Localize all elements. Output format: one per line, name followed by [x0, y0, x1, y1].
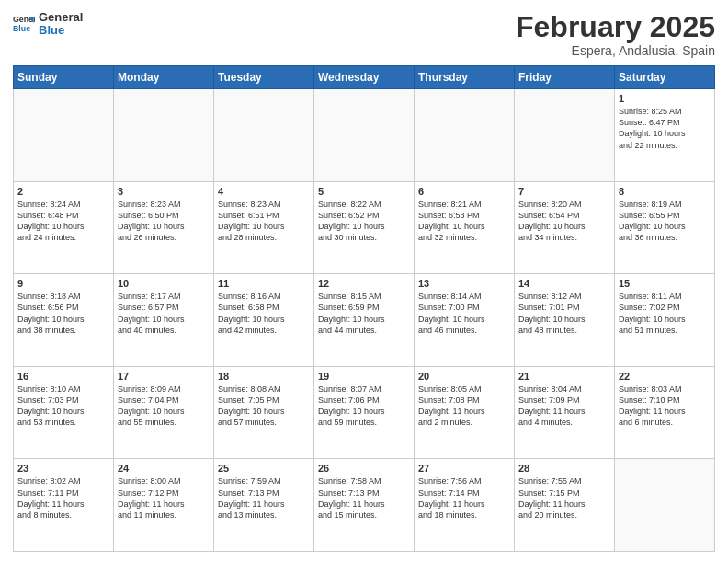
calendar-cell: 6Sunrise: 8:21 AM Sunset: 6:53 PM Daylig… — [415, 181, 515, 274]
calendar-cell — [515, 89, 615, 182]
day-number: 18 — [218, 371, 310, 382]
header: General Blue General Blue February 2025 … — [13, 11, 715, 58]
day-info: Sunrise: 8:02 AM Sunset: 7:11 PM Dayligh… — [17, 476, 109, 521]
calendar-cell: 19Sunrise: 8:07 AM Sunset: 7:06 PM Dayli… — [314, 366, 415, 459]
day-info: Sunrise: 8:22 AM Sunset: 6:52 PM Dayligh… — [318, 199, 410, 244]
calendar-week-row: 23Sunrise: 8:02 AM Sunset: 7:11 PM Dayli… — [14, 459, 715, 552]
calendar-week-row: 1Sunrise: 8:25 AM Sunset: 6:47 PM Daylig… — [14, 89, 715, 182]
calendar-cell: 23Sunrise: 8:02 AM Sunset: 7:11 PM Dayli… — [14, 459, 114, 552]
day-info: Sunrise: 7:56 AM Sunset: 7:14 PM Dayligh… — [418, 476, 510, 521]
calendar-cell: 11Sunrise: 8:16 AM Sunset: 6:58 PM Dayli… — [214, 274, 314, 367]
weekday-row: SundayMondayTuesdayWednesdayThursdayFrid… — [14, 66, 715, 89]
day-info: Sunrise: 8:00 AM Sunset: 7:12 PM Dayligh… — [118, 476, 210, 521]
day-number: 28 — [518, 463, 610, 474]
day-number: 2 — [17, 186, 109, 197]
calendar-cell: 15Sunrise: 8:11 AM Sunset: 7:02 PM Dayli… — [615, 274, 715, 367]
day-info: Sunrise: 8:16 AM Sunset: 6:58 PM Dayligh… — [218, 291, 310, 336]
calendar-cell — [14, 89, 114, 182]
svg-text:Blue: Blue — [13, 24, 30, 33]
calendar-cell: 18Sunrise: 8:08 AM Sunset: 7:05 PM Dayli… — [214, 366, 314, 459]
day-number: 25 — [218, 463, 310, 474]
day-info: Sunrise: 8:11 AM Sunset: 7:02 PM Dayligh… — [619, 291, 711, 336]
calendar-cell: 13Sunrise: 8:14 AM Sunset: 7:00 PM Dayli… — [415, 274, 515, 367]
day-number: 14 — [518, 278, 610, 289]
calendar-cell: 4Sunrise: 8:23 AM Sunset: 6:51 PM Daylig… — [214, 181, 314, 274]
day-info: Sunrise: 7:58 AM Sunset: 7:13 PM Dayligh… — [318, 476, 410, 521]
weekday-header: Thursday — [415, 66, 515, 89]
calendar-cell: 25Sunrise: 7:59 AM Sunset: 7:13 PM Dayli… — [214, 459, 314, 552]
day-number: 27 — [418, 463, 510, 474]
calendar-cell — [415, 89, 515, 182]
day-number: 8 — [619, 186, 711, 197]
day-info: Sunrise: 8:14 AM Sunset: 7:00 PM Dayligh… — [418, 291, 510, 336]
calendar-cell: 16Sunrise: 8:10 AM Sunset: 7:03 PM Dayli… — [14, 366, 114, 459]
day-number: 9 — [17, 278, 109, 289]
calendar-cell: 7Sunrise: 8:20 AM Sunset: 6:54 PM Daylig… — [515, 181, 615, 274]
day-number: 16 — [17, 371, 109, 382]
weekday-header: Tuesday — [214, 66, 314, 89]
day-info: Sunrise: 8:19 AM Sunset: 6:55 PM Dayligh… — [619, 199, 711, 244]
calendar-cell: 10Sunrise: 8:17 AM Sunset: 6:57 PM Dayli… — [114, 274, 214, 367]
weekday-header: Friday — [515, 66, 615, 89]
day-info: Sunrise: 8:10 AM Sunset: 7:03 PM Dayligh… — [17, 384, 109, 429]
calendar-body: 1Sunrise: 8:25 AM Sunset: 6:47 PM Daylig… — [14, 89, 715, 552]
calendar-cell: 21Sunrise: 8:04 AM Sunset: 7:09 PM Dayli… — [515, 366, 615, 459]
day-number: 22 — [619, 371, 711, 382]
day-number: 13 — [418, 278, 510, 289]
calendar-cell: 1Sunrise: 8:25 AM Sunset: 6:47 PM Daylig… — [615, 89, 715, 182]
day-number: 3 — [118, 186, 210, 197]
day-info: Sunrise: 8:04 AM Sunset: 7:09 PM Dayligh… — [518, 384, 610, 429]
day-info: Sunrise: 8:20 AM Sunset: 6:54 PM Dayligh… — [518, 199, 610, 244]
calendar-week-row: 16Sunrise: 8:10 AM Sunset: 7:03 PM Dayli… — [14, 366, 715, 459]
logo-icon: General Blue — [13, 13, 35, 35]
day-number: 23 — [17, 463, 109, 474]
day-info: Sunrise: 7:59 AM Sunset: 7:13 PM Dayligh… — [218, 476, 310, 521]
weekday-header: Wednesday — [314, 66, 415, 89]
title-block: February 2025 Espera, Andalusia, Spain — [516, 11, 715, 58]
logo-blue: Blue — [39, 24, 83, 37]
day-info: Sunrise: 8:23 AM Sunset: 6:50 PM Dayligh… — [118, 199, 210, 244]
calendar-cell: 24Sunrise: 8:00 AM Sunset: 7:12 PM Dayli… — [114, 459, 214, 552]
day-info: Sunrise: 8:07 AM Sunset: 7:06 PM Dayligh… — [318, 384, 410, 429]
day-info: Sunrise: 8:18 AM Sunset: 6:56 PM Dayligh… — [17, 291, 109, 336]
weekday-header: Monday — [114, 66, 214, 89]
logo-general: General — [39, 11, 83, 24]
calendar-header: SundayMondayTuesdayWednesdayThursdayFrid… — [14, 66, 715, 89]
calendar-cell: 28Sunrise: 7:55 AM Sunset: 7:15 PM Dayli… — [515, 459, 615, 552]
day-number: 11 — [218, 278, 310, 289]
day-info: Sunrise: 8:12 AM Sunset: 7:01 PM Dayligh… — [518, 291, 610, 336]
month-title: February 2025 — [516, 11, 715, 43]
day-number: 21 — [518, 371, 610, 382]
day-number: 5 — [318, 186, 410, 197]
calendar-cell: 2Sunrise: 8:24 AM Sunset: 6:48 PM Daylig… — [14, 181, 114, 274]
calendar-cell — [214, 89, 314, 182]
calendar-cell: 20Sunrise: 8:05 AM Sunset: 7:08 PM Dayli… — [415, 366, 515, 459]
calendar-cell: 17Sunrise: 8:09 AM Sunset: 7:04 PM Dayli… — [114, 366, 214, 459]
day-number: 17 — [118, 371, 210, 382]
calendar-cell: 14Sunrise: 8:12 AM Sunset: 7:01 PM Dayli… — [515, 274, 615, 367]
day-info: Sunrise: 7:55 AM Sunset: 7:15 PM Dayligh… — [518, 476, 610, 521]
calendar-cell: 12Sunrise: 8:15 AM Sunset: 6:59 PM Dayli… — [314, 274, 415, 367]
logo: General Blue General Blue — [13, 11, 83, 38]
calendar-cell: 8Sunrise: 8:19 AM Sunset: 6:55 PM Daylig… — [615, 181, 715, 274]
day-number: 6 — [418, 186, 510, 197]
day-info: Sunrise: 8:24 AM Sunset: 6:48 PM Dayligh… — [17, 199, 109, 244]
day-number: 12 — [318, 278, 410, 289]
calendar-cell: 5Sunrise: 8:22 AM Sunset: 6:52 PM Daylig… — [314, 181, 415, 274]
day-number: 19 — [318, 371, 410, 382]
calendar-cell: 26Sunrise: 7:58 AM Sunset: 7:13 PM Dayli… — [314, 459, 415, 552]
calendar-cell: 22Sunrise: 8:03 AM Sunset: 7:10 PM Dayli… — [615, 366, 715, 459]
day-info: Sunrise: 8:25 AM Sunset: 6:47 PM Dayligh… — [619, 106, 711, 151]
calendar-cell: 9Sunrise: 8:18 AM Sunset: 6:56 PM Daylig… — [14, 274, 114, 367]
calendar-cell: 27Sunrise: 7:56 AM Sunset: 7:14 PM Dayli… — [415, 459, 515, 552]
calendar-week-row: 2Sunrise: 8:24 AM Sunset: 6:48 PM Daylig… — [14, 181, 715, 274]
day-number: 26 — [318, 463, 410, 474]
day-info: Sunrise: 8:21 AM Sunset: 6:53 PM Dayligh… — [418, 199, 510, 244]
calendar-cell — [114, 89, 214, 182]
calendar-cell: 3Sunrise: 8:23 AM Sunset: 6:50 PM Daylig… — [114, 181, 214, 274]
weekday-header: Saturday — [615, 66, 715, 89]
calendar-cell — [615, 459, 715, 552]
day-info: Sunrise: 8:08 AM Sunset: 7:05 PM Dayligh… — [218, 384, 310, 429]
day-info: Sunrise: 8:03 AM Sunset: 7:10 PM Dayligh… — [619, 384, 711, 429]
day-info: Sunrise: 8:05 AM Sunset: 7:08 PM Dayligh… — [418, 384, 510, 429]
